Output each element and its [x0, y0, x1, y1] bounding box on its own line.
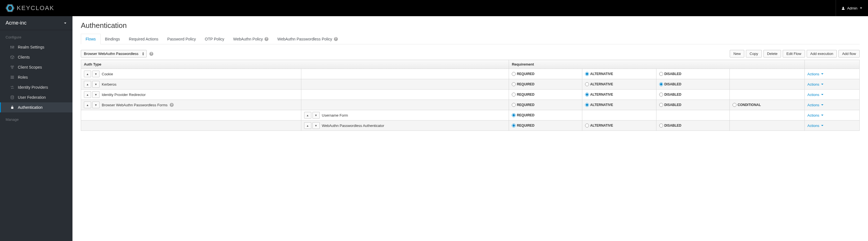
radio-disabled[interactable] — [659, 124, 663, 127]
edit-flow-button[interactable]: Edit Flow — [783, 50, 805, 57]
move-up-button[interactable]: ▲ — [84, 91, 91, 98]
radio-conditional[interactable] — [733, 103, 737, 107]
move-up-button[interactable]: ▲ — [304, 112, 311, 119]
sidebar-item-roles[interactable]: Roles — [0, 72, 72, 82]
row-actions[interactable]: Actions — [807, 72, 857, 76]
radio-disabled[interactable] — [659, 103, 663, 107]
move-down-button[interactable]: ▼ — [92, 101, 99, 108]
help-icon[interactable]: ? — [334, 37, 338, 41]
move-down-button[interactable]: ▼ — [312, 112, 320, 119]
requirement-required[interactable]: REQUIRED — [512, 72, 579, 76]
sidebar-item-authentication[interactable]: Authentication — [0, 102, 72, 113]
requirement-disabled[interactable]: DISABLED — [659, 93, 727, 96]
tab-password-policy[interactable]: Password Policy — [163, 34, 200, 44]
svg-point-11 — [12, 66, 14, 67]
user-menu[interactable]: Admin — [836, 0, 862, 16]
requirement-required[interactable]: REQUIRED — [512, 103, 579, 107]
requirement-required[interactable]: REQUIRED — [512, 93, 579, 96]
sidebar-item-realm-settings[interactable]: Realm Settings — [0, 42, 72, 52]
radio-disabled[interactable] — [659, 82, 663, 86]
row-actions[interactable]: Actions — [807, 82, 857, 87]
radio-alternative[interactable] — [585, 124, 589, 127]
delete-button[interactable]: Delete — [764, 50, 781, 57]
flow-select[interactable]: Browser WebAuthn Passwordless ▲▼ — [81, 50, 147, 57]
move-up-button[interactable]: ▲ — [84, 70, 91, 77]
sidebar-item-client-scopes[interactable]: Client Scopes — [0, 62, 72, 72]
move-down-button[interactable]: ▼ — [92, 91, 99, 98]
tab-otp-policy[interactable]: OTP Policy — [200, 34, 229, 44]
sidebar-section-header: Configure — [0, 30, 72, 42]
sidebar-item-clients[interactable]: Clients — [0, 52, 72, 62]
brand-logo[interactable]: KEYCLOAK — [6, 4, 54, 12]
requirement-alternative[interactable]: ALTERNATIVE — [585, 103, 653, 107]
requirement-disabled[interactable]: DISABLED — [659, 82, 727, 86]
svg-point-12 — [12, 67, 13, 69]
tab-bindings[interactable]: Bindings — [101, 34, 125, 44]
radio-alternative[interactable] — [585, 93, 589, 96]
add-flow-button[interactable]: Add flow — [838, 50, 860, 57]
svg-rect-8 — [12, 48, 13, 48]
requirement-alternative[interactable]: ALTERNATIVE — [585, 82, 653, 86]
radio-required[interactable] — [512, 82, 516, 86]
move-up-button[interactable]: ▲ — [84, 101, 91, 108]
requirement-disabled[interactable]: DISABLED — [659, 103, 727, 107]
requirement-required[interactable]: REQUIRED — [512, 124, 579, 127]
requirement-alternative[interactable]: ALTERNATIVE — [585, 72, 653, 76]
sidebar-item-label: Client Scopes — [18, 65, 42, 69]
svg-rect-14 — [10, 77, 14, 78]
tab-label: Flows — [86, 37, 96, 41]
radio-label: ALTERNATIVE — [590, 93, 613, 96]
tab-required-actions[interactable]: Required Actions — [124, 34, 163, 44]
help-icon[interactable]: ? — [149, 52, 153, 56]
radio-label: REQUIRED — [517, 82, 534, 86]
realm-selector[interactable]: Acme-inc — [0, 16, 72, 30]
requirement-alternative[interactable]: ALTERNATIVE — [585, 124, 653, 127]
requirement-required[interactable]: REQUIRED — [512, 82, 579, 86]
tab-webauthn-passwordless-policy[interactable]: WebAuthn Passwordless Policy ? — [273, 34, 342, 44]
auth-type-name: Cookie — [102, 72, 113, 76]
sidebar-item-label: Roles — [18, 75, 28, 80]
copy-button[interactable]: Copy — [746, 50, 762, 57]
sidebar-item-identity-providers[interactable]: Identity Providers — [0, 82, 72, 92]
flow-select-input[interactable]: Browser WebAuthn Passwordless — [81, 50, 147, 57]
radio-alternative[interactable] — [585, 103, 589, 107]
tab-flows[interactable]: Flows — [81, 34, 101, 44]
radio-required[interactable] — [512, 93, 516, 96]
help-icon[interactable]: ? — [170, 103, 174, 107]
radio-required[interactable] — [512, 103, 516, 107]
help-icon[interactable]: ? — [265, 37, 269, 41]
tab-webauthn-policy[interactable]: WebAuthn Policy ? — [229, 34, 273, 44]
row-actions[interactable]: Actions — [807, 93, 857, 97]
row-actions[interactable]: Actions — [807, 124, 857, 128]
exchange-icon — [10, 85, 14, 90]
add-execution-button[interactable]: Add execution — [807, 50, 837, 57]
chevron-down-icon — [821, 124, 824, 127]
radio-required[interactable] — [512, 72, 516, 76]
row-actions[interactable]: Actions — [807, 103, 857, 107]
sidebar-item-label: Authentication — [18, 105, 43, 110]
radio-alternative[interactable] — [585, 82, 589, 86]
table-row: ▲▼Identity Provider RedirectorREQUIREDAL… — [81, 90, 860, 100]
radio-alternative[interactable] — [585, 72, 589, 76]
move-up-button[interactable]: ▲ — [304, 122, 311, 129]
sidebar-item-user-federation[interactable]: User Federation — [0, 92, 72, 102]
requirement-conditional[interactable]: CONDITIONAL — [733, 103, 801, 107]
new-button[interactable]: New — [730, 50, 744, 57]
requirement-disabled[interactable]: DISABLED — [659, 72, 727, 76]
radio-disabled[interactable] — [659, 93, 663, 96]
requirement-alternative[interactable]: ALTERNATIVE — [585, 93, 653, 96]
radio-disabled[interactable] — [659, 72, 663, 76]
move-down-button[interactable]: ▼ — [92, 70, 99, 77]
requirement-required[interactable]: REQUIRED — [512, 113, 579, 117]
radio-required[interactable] — [512, 124, 516, 127]
svg-rect-9 — [13, 47, 14, 47]
move-down-button[interactable]: ▼ — [312, 122, 320, 129]
row-actions[interactable]: Actions — [807, 113, 857, 117]
table-row: ▲▼KerberosREQUIREDALTERNATIVEDISABLEDAct… — [81, 79, 860, 90]
svg-point-16 — [11, 96, 14, 97]
radio-required[interactable] — [512, 113, 516, 117]
chevron-down-icon — [821, 114, 824, 117]
requirement-disabled[interactable]: DISABLED — [659, 124, 727, 127]
move-down-button[interactable]: ▼ — [92, 81, 99, 88]
move-up-button[interactable]: ▲ — [84, 81, 91, 88]
